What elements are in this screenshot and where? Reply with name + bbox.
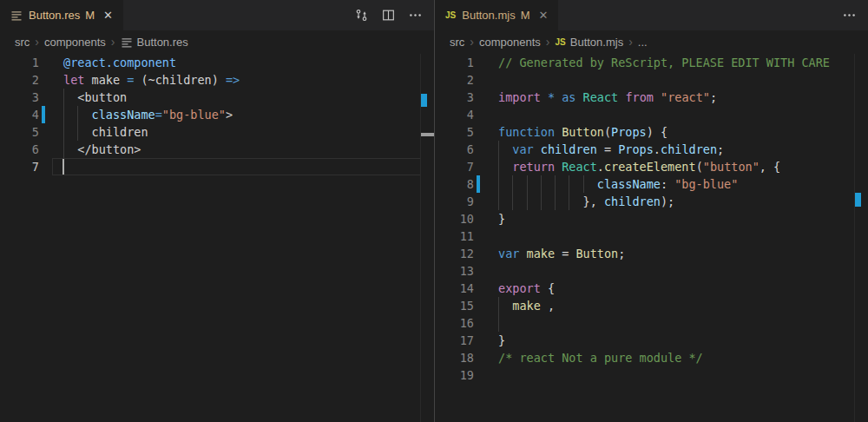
code-token: } bbox=[498, 212, 505, 226]
code-line[interactable]: 7 bbox=[0, 158, 434, 175]
code-text: } bbox=[498, 210, 505, 227]
breadcrumb-item[interactable]: src bbox=[450, 36, 464, 49]
code-line[interactable]: 3 <button bbox=[0, 89, 434, 106]
code-token: , { bbox=[760, 160, 780, 174]
breadcrumb-label: src bbox=[450, 36, 464, 49]
code-line[interactable]: 5 children bbox=[0, 123, 434, 141]
code-line[interactable]: 9 }, children); bbox=[435, 193, 868, 210]
code-line[interactable]: 11 bbox=[435, 227, 868, 245]
code-token: Button bbox=[562, 125, 604, 139]
code-line[interactable]: 12var make = Button; bbox=[435, 245, 868, 262]
line-number: 4 bbox=[0, 106, 39, 123]
code-line[interactable]: 5function Button(Props) { bbox=[435, 123, 868, 141]
ruler-modified-mark bbox=[421, 94, 427, 107]
breadcrumb-label: Button.res bbox=[137, 36, 188, 49]
code-token: = bbox=[597, 142, 618, 156]
line-number: 10 bbox=[435, 210, 474, 227]
code-token: ; bbox=[717, 142, 724, 156]
chevron-right-icon: › bbox=[111, 36, 115, 48]
breadcrumb-item[interactable]: ... bbox=[638, 36, 648, 49]
chevron-right-icon: › bbox=[546, 36, 550, 48]
code-token: className bbox=[92, 108, 155, 122]
tab-label: Button.res bbox=[29, 9, 80, 22]
code-text: className: "bg-blue" bbox=[498, 175, 738, 193]
code-line[interactable]: 6 var children = Props.children; bbox=[435, 141, 868, 158]
line-number: 2 bbox=[435, 71, 474, 89]
code-token: @react.component bbox=[63, 56, 176, 69]
code-token: var bbox=[512, 142, 533, 156]
editor-tab[interactable]: JSButton.mjsM✕ bbox=[435, 0, 558, 30]
line-number: 1 bbox=[435, 54, 474, 71]
breadcrumb-item[interactable]: Button.res bbox=[121, 36, 188, 49]
code-token: children bbox=[604, 195, 661, 208]
close-icon[interactable]: ✕ bbox=[539, 10, 549, 21]
code-text: } bbox=[498, 332, 505, 349]
code-line[interactable]: 1// Generated by ReScript, PLEASE EDIT W… bbox=[435, 54, 868, 71]
code-token bbox=[534, 142, 541, 156]
code-line[interactable]: 15 make , bbox=[435, 297, 868, 314]
code-token bbox=[63, 108, 92, 122]
code-token: ( bbox=[604, 125, 611, 139]
code-text: <button bbox=[63, 89, 127, 106]
code-text: // Generated by ReScript, PLEASE EDIT WI… bbox=[498, 54, 830, 71]
code-line[interactable]: 2let make = (~children) => bbox=[0, 71, 434, 89]
code-editor[interactable]: 1@react.component2let make = (~children)… bbox=[0, 54, 434, 422]
res-file-icon bbox=[10, 10, 23, 22]
line-number: 6 bbox=[0, 141, 39, 158]
code-line[interactable]: 10} bbox=[435, 210, 868, 227]
code-line[interactable]: 18/* react Not a pure module */ bbox=[435, 349, 868, 366]
code-line[interactable]: 1@react.component bbox=[0, 54, 434, 71]
code-line[interactable]: 6 </button> bbox=[0, 141, 434, 158]
code-token: = bbox=[555, 247, 575, 260]
more-actions-button[interactable] bbox=[407, 8, 423, 23]
code-line[interactable]: 16 bbox=[435, 314, 868, 332]
code-token: Props bbox=[611, 125, 647, 139]
code-token: var bbox=[498, 247, 519, 260]
breadcrumb-label: components bbox=[44, 36, 106, 49]
code-line[interactable]: 14export { bbox=[435, 280, 868, 297]
code-line[interactable]: 13 bbox=[435, 262, 868, 280]
code-line[interactable]: 17} bbox=[435, 332, 868, 349]
line-number: 3 bbox=[0, 89, 39, 106]
code-token: ; bbox=[618, 247, 625, 260]
breadcrumb-item[interactable]: components bbox=[44, 36, 106, 49]
tab-actions bbox=[841, 0, 857, 30]
breadcrumb-item[interactable]: src bbox=[15, 36, 30, 49]
editor-tab[interactable]: Button.resM✕ bbox=[0, 0, 123, 30]
close-icon[interactable]: ✕ bbox=[103, 10, 113, 21]
code-token: createElement bbox=[604, 160, 696, 174]
code-editor[interactable]: 1// Generated by ReScript, PLEASE EDIT W… bbox=[435, 54, 868, 422]
code-line[interactable]: 4 className="bg-blue"> bbox=[0, 106, 434, 123]
code-token: React bbox=[583, 90, 619, 104]
breadcrumb-item[interactable]: components bbox=[479, 36, 541, 49]
breadcrumb-label: Button.mjs bbox=[570, 36, 623, 49]
more-actions-button[interactable] bbox=[841, 8, 857, 23]
code-token: ; bbox=[710, 90, 717, 104]
line-number: 19 bbox=[435, 366, 474, 384]
overview-ruler[interactable] bbox=[420, 54, 434, 422]
code-line[interactable]: 4 bbox=[435, 106, 868, 123]
code-text: }, children); bbox=[498, 193, 674, 210]
code-token: }, bbox=[498, 195, 604, 208]
line-number: 11 bbox=[435, 227, 474, 245]
split-editor-button[interactable] bbox=[380, 8, 396, 23]
code-token: React bbox=[562, 160, 597, 174]
breadcrumb-item[interactable]: JSButton.mjs bbox=[556, 36, 624, 49]
tab-bar: JSButton.mjsM✕ bbox=[435, 0, 868, 30]
open-changes-button[interactable] bbox=[353, 8, 369, 23]
code-line[interactable]: 2 bbox=[435, 71, 868, 89]
line-number: 3 bbox=[435, 89, 474, 106]
code-line[interactable]: 7 return React.createElement("button", { bbox=[435, 158, 868, 175]
line-number: 5 bbox=[0, 123, 39, 141]
compare-changes-icon bbox=[354, 8, 369, 23]
breadcrumb: src›components›Button.res bbox=[0, 30, 434, 54]
code-line[interactable]: 8 className: "bg-blue" bbox=[435, 175, 868, 193]
code-line[interactable]: 3import * as React from "react"; bbox=[435, 89, 868, 106]
gutter-modified-indicator bbox=[477, 175, 480, 193]
overview-ruler[interactable] bbox=[854, 54, 868, 422]
code-token: "react" bbox=[661, 90, 710, 104]
code-line[interactable]: 19 bbox=[435, 366, 868, 384]
tab-actions bbox=[353, 0, 423, 30]
chevron-right-icon: › bbox=[628, 36, 633, 48]
breadcrumb-label: src bbox=[15, 36, 30, 49]
